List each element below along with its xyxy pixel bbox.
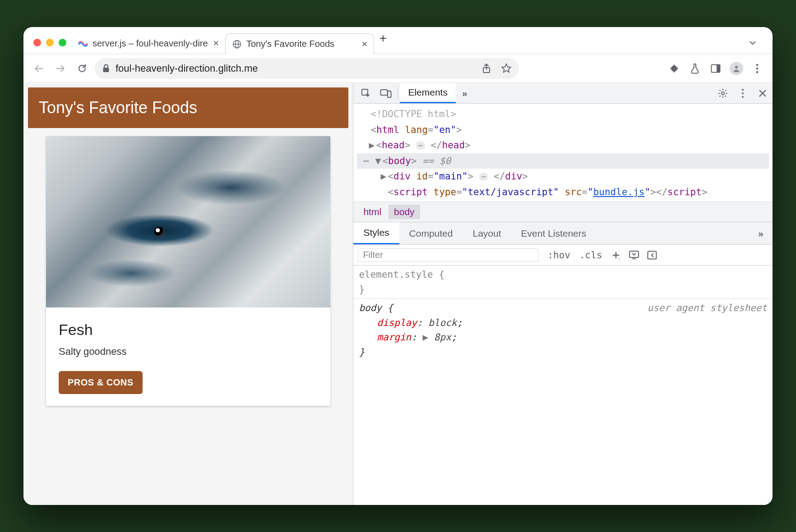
styles-pane-tabs: Styles Computed Layout Event Listeners » — [353, 222, 773, 245]
reload-button[interactable] — [73, 60, 91, 78]
styles-toolbar: Filter :hov .cls — [353, 245, 773, 266]
url-text: foul-heavenly-direction.glitch.me — [116, 63, 258, 74]
tab-search-icon[interactable] — [748, 38, 757, 47]
devtools-main-tabs: Elements » — [353, 83, 773, 104]
rendered-page: Tony's Favorite Foods Fesh Salty goodnes… — [23, 83, 353, 505]
svg-rect-12 — [381, 90, 388, 95]
globe-favicon-icon — [232, 39, 242, 49]
svg-point-15 — [742, 89, 744, 91]
dom-doctype[interactable]: <!DOCTYPE html> — [357, 106, 769, 122]
dom-div-main[interactable]: ▶<div id="main"> ⋯ </div> — [357, 169, 769, 184]
rule-element-style[interactable]: element.style { — [359, 269, 444, 280]
rule-source[interactable]: user agent stylesheet — [647, 301, 767, 316]
lock-icon — [102, 64, 110, 73]
svg-point-8 — [756, 64, 758, 65]
glitch-favicon-icon — [78, 38, 88, 48]
dom-breadcrumbs: html body — [353, 202, 773, 222]
dom-script[interactable]: <script type="text/javascript" src="bund… — [357, 184, 769, 200]
close-devtools-icon[interactable] — [753, 83, 773, 103]
new-style-rule-icon[interactable] — [607, 251, 625, 260]
toolbar: foul-heavenly-direction.glitch.me — [23, 54, 773, 83]
close-tab-icon[interactable]: × — [213, 37, 219, 49]
labs-icon[interactable] — [686, 60, 704, 78]
inspect-icon[interactable] — [356, 83, 376, 103]
svg-rect-18 — [629, 251, 639, 257]
dom-head[interactable]: ▶<head> ⋯ </head> — [357, 138, 769, 153]
maximize-window-icon[interactable] — [59, 39, 66, 46]
close-tab-icon[interactable]: × — [361, 38, 367, 50]
cls-toggle[interactable]: .cls — [575, 250, 607, 261]
food-card: Fesh Salty goodness PROS & CONS — [46, 136, 330, 406]
tab-event-listeners[interactable]: Event Listeners — [511, 222, 597, 244]
side-panel-icon[interactable] — [707, 60, 725, 78]
tab-glitch-editor[interactable]: server.js – foul-heavenly-direct × — [72, 33, 225, 54]
svg-point-7 — [735, 65, 738, 68]
forward-button[interactable] — [51, 60, 69, 78]
toggle-sidebar-icon[interactable] — [643, 251, 661, 260]
svg-point-17 — [742, 96, 744, 98]
device-toggle-icon[interactable] — [376, 83, 396, 103]
browser-window: server.js – foul-heavenly-direct × Tony'… — [23, 27, 773, 505]
hov-toggle[interactable]: :hov — [543, 250, 575, 261]
card-image — [46, 136, 330, 307]
styles-rules[interactable]: element.style { } user agent stylesheet … — [353, 266, 773, 505]
back-button[interactable] — [30, 60, 48, 78]
extensions-icon[interactable] — [665, 60, 683, 78]
expand-shorthand-icon[interactable]: ▶ — [423, 332, 434, 343]
avatar-icon — [730, 62, 743, 75]
dom-html-open[interactable]: <html lang="en"> — [357, 122, 769, 138]
close-window-icon[interactable] — [33, 39, 41, 46]
window-controls — [30, 39, 72, 54]
svg-rect-6 — [717, 65, 720, 72]
svg-point-14 — [722, 92, 724, 94]
tab-computed[interactable]: Computed — [399, 222, 463, 244]
prop-margin[interactable]: margin — [377, 332, 411, 343]
tab-elements[interactable]: Elements — [400, 83, 456, 103]
svg-point-16 — [742, 92, 744, 94]
more-styles-tabs-icon[interactable]: » — [754, 222, 773, 244]
page-header: Tony's Favorite Foods — [28, 87, 348, 128]
svg-rect-3 — [103, 68, 109, 72]
tab-layout[interactable]: Layout — [463, 222, 511, 244]
pros-cons-button[interactable]: PROS & CONS — [59, 371, 143, 394]
styles-filter-input[interactable]: Filter — [358, 248, 538, 262]
bookmark-icon[interactable] — [501, 63, 512, 74]
minimize-window-icon[interactable] — [46, 39, 54, 46]
tab-label: server.js – foul-heavenly-direct — [93, 38, 208, 49]
dom-body-selected[interactable]: ⋯▼<body> == $0 — [357, 153, 769, 169]
tab-label: Tony's Favorite Foods — [246, 39, 357, 49]
crumb-body[interactable]: body — [389, 205, 420, 219]
ellipsis-icon[interactable]: ⋯ — [416, 142, 425, 150]
rule-body-selector[interactable]: body { — [359, 303, 393, 313]
card-title: Fesh — [59, 321, 318, 339]
address-bar[interactable]: foul-heavenly-direction.glitch.me — [95, 58, 519, 79]
more-tabs-icon[interactable]: » — [456, 83, 474, 103]
crumb-html[interactable]: html — [358, 205, 387, 219]
tab-favorite-foods[interactable]: Tony's Favorite Foods × — [225, 33, 374, 54]
devtools-panel: Elements » <!DOCTYPE html> — [353, 83, 773, 505]
titlebar: server.js – foul-heavenly-direct × Tony'… — [23, 27, 773, 54]
share-icon[interactable] — [482, 63, 491, 74]
page-title: Tony's Favorite Foods — [39, 98, 197, 117]
tab-styles[interactable]: Styles — [353, 222, 399, 244]
profile-avatar[interactable] — [727, 60, 745, 78]
settings-icon[interactable] — [713, 83, 733, 103]
prop-display[interactable]: display — [377, 317, 417, 328]
computed-styles-icon[interactable] — [625, 250, 643, 260]
svg-rect-13 — [388, 91, 391, 97]
ellipsis-icon[interactable]: ⋯ — [479, 173, 488, 181]
svg-point-9 — [756, 67, 758, 69]
devtools-kebab-icon[interactable] — [733, 83, 753, 103]
content-split: Tony's Favorite Foods Fesh Salty goodnes… — [23, 83, 773, 505]
dom-tree[interactable]: <!DOCTYPE html> <html lang="en"> ▶<head>… — [353, 104, 773, 202]
svg-point-10 — [756, 71, 758, 73]
kebab-menu-icon[interactable] — [748, 60, 766, 78]
card-subtitle: Salty goodness — [59, 346, 318, 358]
fish-image-placeholder — [46, 136, 330, 307]
new-tab-button[interactable]: + — [374, 31, 392, 50]
bundle-link[interactable]: bundle.js — [593, 187, 645, 197]
